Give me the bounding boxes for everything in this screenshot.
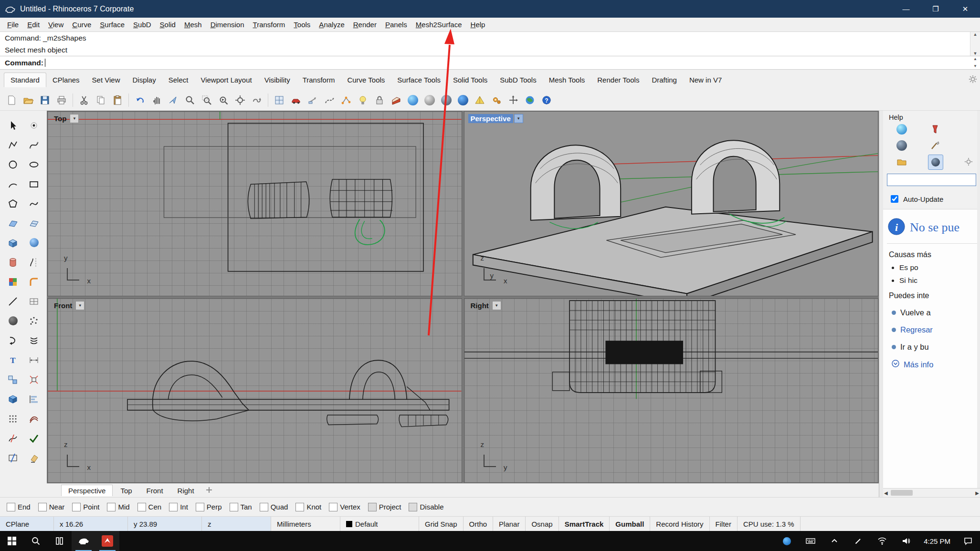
pipe-tool-icon[interactable] xyxy=(23,409,44,428)
open-file-icon[interactable] xyxy=(21,93,36,108)
tab-drafting[interactable]: Drafting xyxy=(645,73,683,87)
shaded-ball-icon[interactable] xyxy=(422,93,437,108)
rotate-view-icon[interactable] xyxy=(166,93,181,108)
osnap-quad[interactable]: Quad xyxy=(260,503,288,511)
surface-plane-icon[interactable] xyxy=(2,213,23,233)
auto-update-checkbox-input[interactable] xyxy=(891,195,898,203)
brush-tool-icon[interactable] xyxy=(928,138,942,153)
auto-update-checkbox[interactable]: Auto-Update xyxy=(883,189,980,209)
panel-splitter[interactable] xyxy=(879,111,883,497)
split-tool-icon[interactable] xyxy=(2,448,23,468)
viewport-tab-perspective[interactable]: Perspective xyxy=(61,485,113,496)
menu-curve[interactable]: Curve xyxy=(68,19,95,30)
ellipse-tool-icon[interactable] xyxy=(23,155,44,174)
status-cplane[interactable]: CPlane xyxy=(0,517,54,531)
earth-globe-icon[interactable] xyxy=(522,93,537,108)
cplane-tool-icon[interactable] xyxy=(23,291,44,311)
analyze-direction-icon[interactable] xyxy=(305,93,320,108)
viewport-tab-right[interactable]: Right xyxy=(171,485,201,496)
polygon-tool-icon[interactable] xyxy=(2,194,23,213)
paste-icon[interactable] xyxy=(110,93,125,108)
osnap-tan[interactable]: Tan xyxy=(230,503,252,511)
eraser-tool-icon[interactable] xyxy=(23,448,44,468)
scroll-down-icon[interactable]: ▼ xyxy=(973,51,978,56)
arc-tool-icon[interactable] xyxy=(2,174,23,194)
prism-icon[interactable] xyxy=(472,93,487,108)
chevron-down-icon[interactable]: ▼ xyxy=(492,301,501,310)
tab-visibility[interactable]: Visibility xyxy=(258,73,296,87)
menu-mesh[interactable]: Mesh xyxy=(180,19,206,30)
menu-subd[interactable]: SubD xyxy=(129,19,156,30)
checkbox[interactable] xyxy=(169,503,178,511)
tab-set-view[interactable]: Set View xyxy=(86,73,126,87)
viewport-right[interactable]: Right ▼ z y xyxy=(464,298,879,483)
helix-tool-icon[interactable] xyxy=(23,331,44,350)
expand-circle-icon[interactable] xyxy=(892,360,899,369)
menu-transform[interactable]: Transform xyxy=(249,19,290,30)
menu-surface[interactable]: Surface xyxy=(95,19,129,30)
osnap-point[interactable]: Point xyxy=(72,503,99,511)
tab-new-in-v7[interactable]: New in V7 xyxy=(683,73,728,87)
menu-dimension[interactable]: Dimension xyxy=(206,19,249,30)
osnap-int[interactable]: Int xyxy=(169,503,188,511)
checkbox[interactable] xyxy=(137,503,146,511)
circle-tool-icon[interactable] xyxy=(2,155,23,174)
close-button[interactable]: ✕ xyxy=(950,0,980,18)
menu-analyze[interactable]: Analyze xyxy=(315,19,348,30)
viewport-top-label[interactable]: Top ▼ xyxy=(52,114,79,123)
help-link[interactable]: Más info xyxy=(904,360,933,369)
copy-icon[interactable] xyxy=(93,93,108,108)
status-gumball[interactable]: Gumball xyxy=(610,517,650,531)
render-ball-blue-icon[interactable] xyxy=(405,93,421,108)
checkbox[interactable] xyxy=(295,503,304,511)
revolve-tool-icon[interactable] xyxy=(23,252,44,272)
help-ball-icon[interactable]: ? xyxy=(539,93,554,108)
help-vertical-scrollbar[interactable] xyxy=(977,111,980,489)
taskbar-rhino-app[interactable] xyxy=(72,531,95,551)
zoom-window-icon[interactable] xyxy=(199,93,214,108)
checkbox[interactable] xyxy=(260,503,268,511)
command-history-scrollbar[interactable]: ▲▼ xyxy=(970,32,980,56)
red-tool-icon[interactable] xyxy=(928,122,942,136)
checkbox[interactable] xyxy=(107,503,116,511)
viewport-perspective-label[interactable]: Perspective ▼ xyxy=(468,114,523,123)
status-record-history[interactable]: Record History xyxy=(650,517,709,531)
status-smarttrack[interactable]: SmartTrack xyxy=(559,517,610,531)
tab-display[interactable]: Display xyxy=(126,73,162,87)
action-center-icon[interactable] xyxy=(956,531,980,551)
checkbox[interactable] xyxy=(230,503,238,511)
cut-icon[interactable] xyxy=(76,93,92,108)
taskbar-m2s-app[interactable] xyxy=(95,531,119,551)
volume-icon[interactable] xyxy=(894,531,918,551)
checkbox[interactable] xyxy=(38,503,47,511)
check-tool-icon[interactable] xyxy=(23,428,44,448)
tab-solid-tools[interactable]: Solid Tools xyxy=(447,73,494,87)
sphere-tool-icon[interactable] xyxy=(23,233,44,252)
viewport-front-label[interactable]: Front ▼ xyxy=(52,301,84,310)
folder-icon[interactable] xyxy=(895,155,909,169)
zoom-icon[interactable] xyxy=(182,93,198,108)
osnap-mid[interactable]: Mid xyxy=(107,503,129,511)
viewport-tab-top[interactable]: Top xyxy=(114,485,138,496)
menu-edit[interactable]: Edit xyxy=(23,19,44,30)
new-viewport-tab-icon[interactable] xyxy=(206,487,212,495)
tab-render-tools[interactable]: Render Tools xyxy=(591,73,645,87)
gear-icon[interactable] xyxy=(969,75,977,85)
line-tool-icon[interactable] xyxy=(2,291,23,311)
osnap-near[interactable]: Near xyxy=(38,503,65,511)
scroll-right-icon[interactable]: ▶ xyxy=(975,490,979,496)
viewport-front[interactable]: Front ▼ z x xyxy=(47,298,462,483)
point-cloud-icon[interactable] xyxy=(23,311,44,331)
undo-view-icon[interactable] xyxy=(249,93,264,108)
text-tool-icon[interactable]: T xyxy=(2,350,23,370)
tray-ball-icon[interactable] xyxy=(775,531,799,551)
box-tool-icon[interactable] xyxy=(2,233,23,252)
scroll-left-icon[interactable]: ◀ xyxy=(884,490,888,496)
minimize-button[interactable]: — xyxy=(891,0,921,18)
active-panel-icon[interactable] xyxy=(928,155,943,170)
command-input-row[interactable]: Command: ▲▼ xyxy=(0,56,980,70)
start-button[interactable] xyxy=(0,531,24,551)
checkbox[interactable] xyxy=(72,503,81,511)
help-search-input[interactable] xyxy=(887,174,976,186)
osnap-vertex[interactable]: Vertex xyxy=(329,503,360,511)
